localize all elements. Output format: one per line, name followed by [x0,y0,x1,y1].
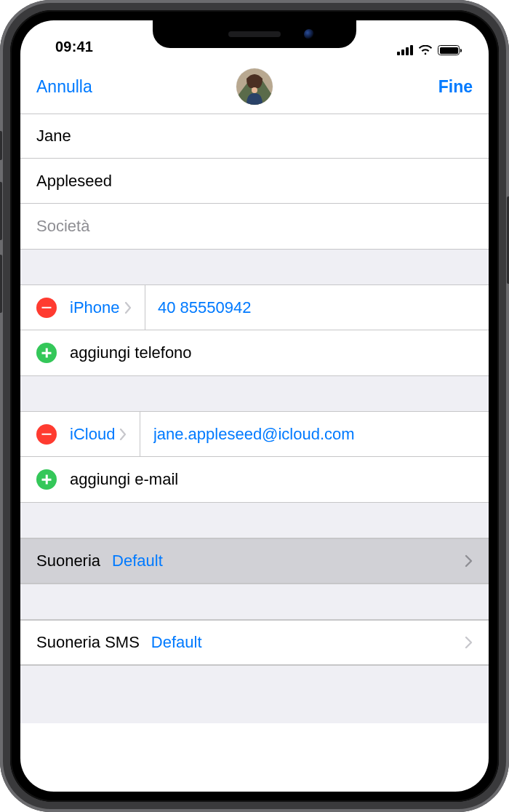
group-separator [20,249,489,285]
volume-up-button [0,182,2,240]
cancel-button[interactable]: Annulla [36,77,92,97]
done-button[interactable]: Fine [438,77,473,97]
group-separator [20,375,489,412]
add-phone-label: aggiungi telefono [70,343,192,362]
volume-down-button [0,255,2,313]
texttone-row[interactable]: Suoneria SMS Default [20,620,489,665]
name-group: Jane Appleseed Società [20,114,489,249]
device-bezel: 09:41 Annulla [10,10,499,802]
ringtone-value: Default [112,552,465,570]
first-name-value: Jane [36,127,473,146]
cellular-signal-icon [397,45,413,55]
add-email-button[interactable] [36,469,57,490]
group-separator [20,502,489,538]
notch [153,20,356,48]
chevron-right-icon [465,636,473,649]
phone-type-label: iPhone [70,298,120,317]
texttone-value: Default [151,633,465,652]
front-camera [304,29,314,39]
phone-number-field[interactable]: 40 85550942 [158,298,473,317]
battery-icon [438,45,460,55]
texttone-label: Suoneria SMS [36,633,140,652]
nav-bar: Annulla Fine [20,60,489,114]
chevron-right-icon [465,554,473,568]
wifi-icon [418,45,433,55]
phone-type-selector[interactable]: iPhone [70,298,132,317]
remove-phone-button[interactable] [36,298,57,318]
chevron-right-icon [119,429,127,440]
email-address-field[interactable]: jane.appleseed@icloud.com [153,425,473,444]
add-email-row[interactable]: aggiungi e-mail [20,457,489,502]
status-indicators [397,45,460,55]
phone-group: iPhone 40 85550942 aggiungi telefono [20,285,489,375]
mute-switch [0,131,2,160]
company-field[interactable]: Società [20,204,489,249]
chevron-right-icon [124,302,132,314]
screen: 09:41 Annulla [20,20,489,792]
company-placeholder: Società [36,217,473,236]
ringtone-row[interactable]: Suoneria Default [20,538,489,584]
email-group: iCloud jane.appleseed@icloud.com aggiung… [20,412,489,502]
group-separator [20,665,489,723]
vertical-divider [145,285,145,330]
remove-email-button[interactable] [36,424,57,445]
last-name-field[interactable]: Appleseed [20,159,489,204]
first-name-field[interactable]: Jane [20,114,489,159]
edit-contact-form: Jane Appleseed Società iPhone [20,114,489,723]
earpiece-speaker [228,31,281,37]
email-type-label: iCloud [70,425,115,444]
add-phone-button[interactable] [36,343,57,363]
ringtone-label: Suoneria [36,552,100,570]
svg-point-2 [252,87,257,93]
email-type-selector[interactable]: iCloud [70,425,127,444]
phone-entry-row: iPhone 40 85550942 [20,285,489,330]
email-entry-row: iCloud jane.appleseed@icloud.com [20,412,489,457]
group-separator [20,584,489,620]
last-name-value: Appleseed [36,172,473,191]
contact-avatar[interactable] [236,68,273,105]
add-email-label: aggiungi e-mail [70,470,178,489]
add-phone-row[interactable]: aggiungi telefono [20,330,489,375]
vertical-divider [140,412,140,456]
status-time: 09:41 [55,39,93,55]
device-frame: 09:41 Annulla [0,0,509,812]
